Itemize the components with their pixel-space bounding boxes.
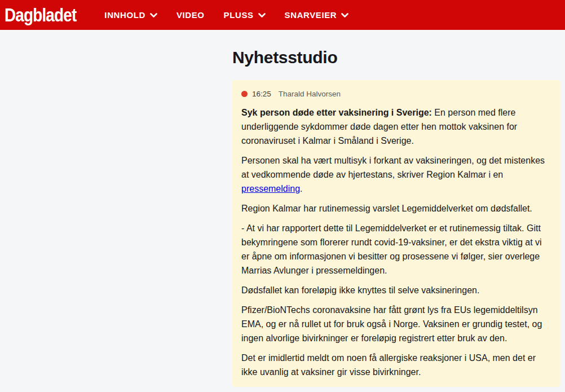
nav-item-label: VIDEO — [176, 10, 205, 20]
post-paragraph-lead: Syk person døde etter vaksinering i Sver… — [241, 105, 551, 148]
post-body: Syk person døde etter vaksinering i Sver… — [241, 105, 551, 379]
pressemelding-link[interactable]: pressemelding — [241, 184, 300, 193]
post-paragraph: Personen skal ha vært multisyk i forkant… — [241, 153, 551, 196]
nav-item-video[interactable]: VIDEO — [176, 10, 205, 20]
nav-item-label: SNARVEIER — [285, 10, 337, 20]
chevron-down-icon — [258, 13, 266, 18]
chevron-down-icon — [341, 13, 348, 18]
post-timestamp: 16:25 — [252, 90, 271, 98]
dagbladet-logo[interactable]: Dagbladet — [5, 4, 76, 26]
post-text: Personen skal ha vært multisyk i forkant… — [241, 156, 545, 179]
post-paragraph: Det er imidlertid meldt om noen få aller… — [241, 351, 551, 379]
post-author: Tharald Halvorsen — [279, 90, 341, 98]
top-nav-bar: Dagbladet INNHOLD VIDEO PLUSS SNARVEIER — [0, 0, 565, 30]
chevron-down-icon — [150, 13, 157, 18]
live-dot-icon — [241, 91, 248, 97]
post-paragraph: Pfizer/BioNTechs coronavaksine har fått … — [241, 303, 551, 345]
nav-item-pluss[interactable]: PLUSS — [224, 10, 266, 20]
post-text: . — [300, 184, 302, 193]
nav-item-label: PLUSS — [224, 10, 254, 20]
post-lead-bold: Syk person døde etter vaksinering i Sver… — [241, 108, 432, 117]
nav-item-label: INNHOLD — [104, 10, 145, 20]
nav-item-snarveier[interactable]: SNARVEIER — [285, 10, 349, 20]
post-paragraph: Region Kalmar har rutinemessig varslet L… — [241, 201, 551, 215]
post-meta: 16:25 Tharald Halvorsen — [241, 90, 551, 98]
post-paragraph: Dødsfallet kan foreløpig ikke knyttes ti… — [241, 283, 551, 297]
main-nav: INNHOLD VIDEO PLUSS SNARVEIER — [104, 10, 348, 20]
live-post-card: 16:25 Tharald Halvorsen Syk person døde … — [232, 80, 560, 387]
nav-item-innhold[interactable]: INNHOLD — [104, 10, 157, 20]
main-content: Nyhetsstudio 16:25 Tharald Halvorsen Syk… — [232, 48, 560, 387]
page-title: Nyhetsstudio — [232, 48, 560, 67]
post-paragraph: - At vi har rapportert dette til Legemid… — [241, 221, 551, 278]
